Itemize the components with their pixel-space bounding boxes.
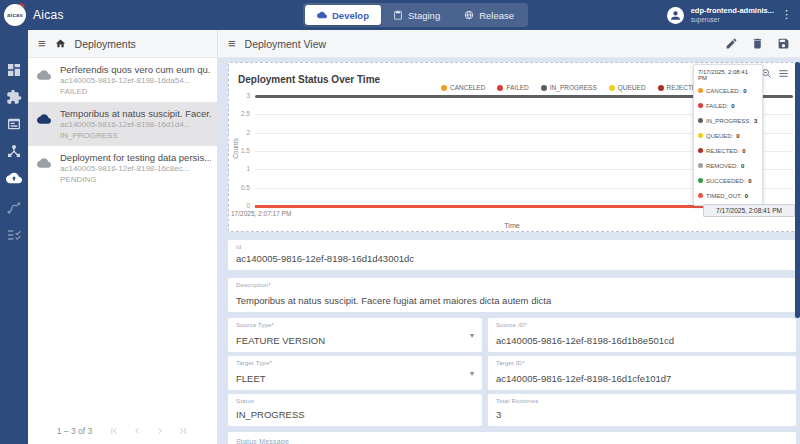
dashboard-icon[interactable] xyxy=(6,62,22,78)
home-icon[interactable] xyxy=(55,38,66,49)
clipboard-icon xyxy=(393,10,403,20)
field-target-type[interactable]: Target Type* FLEET ▾ xyxy=(228,356,482,390)
tooltip-rows: CANCELED:0FAILED:0IN_PROGRESS:3QUEUED:0R… xyxy=(694,83,762,203)
cloud-icon xyxy=(317,10,327,20)
user-role: superuser xyxy=(691,16,774,24)
top-bar: aicas Aicas Develop Staging Release edp-… xyxy=(0,0,800,30)
deployment-title: Perferendis quos vero cum eum qu... xyxy=(60,64,211,76)
legend-dot xyxy=(497,85,503,91)
tooltip-timestamp: 7/17/2025, 2:08:41 PM xyxy=(694,65,762,83)
avatar xyxy=(667,7,684,24)
field-target-type-value: FLEET xyxy=(236,373,466,384)
legend-dot xyxy=(541,85,547,91)
tab-staging-label: Staging xyxy=(408,10,440,21)
hub-icon[interactable] xyxy=(6,143,22,159)
tooltip-row-failed: FAILED:0 xyxy=(694,98,762,113)
panel-title: Deployments xyxy=(75,38,136,50)
deployment-status-chart: Deployment Status Over Time CANCELEDFAIL… xyxy=(228,62,796,232)
field-description-value: Temporibus at natus suscipit. Facere fug… xyxy=(236,295,780,306)
field-source-id[interactable]: Source ID* ac140005-9816-12ef-8198-16d1b… xyxy=(488,318,796,352)
tab-release[interactable]: Release xyxy=(452,5,526,25)
field-target-type-label: Target Type* xyxy=(236,360,272,366)
asset-icon[interactable] xyxy=(6,116,22,132)
checklist-icon[interactable] xyxy=(6,227,22,243)
deployment-list-item[interactable]: Perferendis quos vero cum eum qu... ac14… xyxy=(28,58,217,102)
deployment-status: IN_PROGRESS xyxy=(60,131,211,142)
nav-rail xyxy=(0,30,28,444)
tooltip-series-label: IN_PROGRESS: xyxy=(706,118,751,124)
tab-staging[interactable]: Staging xyxy=(381,5,452,25)
deployment-status: FAILED xyxy=(60,87,211,98)
legend-item-canceled[interactable]: CANCELED xyxy=(441,84,485,91)
x-axis-title: Time xyxy=(229,222,795,229)
globe-icon xyxy=(464,10,474,20)
tooltip-dot xyxy=(698,103,703,108)
tooltip-series-value: 0 xyxy=(743,88,746,94)
puzzle-icon[interactable] xyxy=(6,89,22,105)
deployment-list-item[interactable]: Temporibus at natus suscipit. Facer... a… xyxy=(28,102,217,146)
prev-page-icon[interactable] xyxy=(132,426,142,436)
field-description[interactable]: Description* Temporibus at natus suscipi… xyxy=(228,278,796,312)
deployment-status: PENDING xyxy=(60,175,211,186)
save-icon[interactable] xyxy=(777,37,790,50)
kebab-menu-icon[interactable]: ⋮ xyxy=(781,9,792,20)
chevron-down-icon[interactable]: ▾ xyxy=(470,331,474,340)
field-status-message[interactable]: Status Message xyxy=(228,432,796,444)
tooltip-row-queued: QUEUED:0 xyxy=(694,128,762,143)
tooltip-series-value: 0 xyxy=(745,193,748,199)
deployment-view-content: Deployment Status Over Time CANCELEDFAIL… xyxy=(218,58,800,444)
tooltip-dot xyxy=(698,88,703,93)
deployment-list-item[interactable]: Deployment for testing data persis... ac… xyxy=(28,146,217,190)
tooltip-row-in_progress: IN_PROGRESS:3 xyxy=(694,113,762,128)
field-status-message-label: Status Message xyxy=(236,438,289,444)
edit-icon[interactable] xyxy=(725,37,738,50)
tooltip-row-succeeded: SUCCEEDED:0 xyxy=(694,173,762,188)
chevron-down-icon[interactable]: ▾ xyxy=(470,369,474,378)
last-page-icon[interactable] xyxy=(178,426,188,436)
field-source-type-label: Source Type* xyxy=(236,322,274,328)
tooltip-dot xyxy=(698,118,703,123)
y-tick-label: 2 xyxy=(229,129,250,136)
tooltip-series-label: FAILED: xyxy=(706,103,728,109)
tooltip-series-label: CANCELED: xyxy=(706,88,740,94)
field-total-runtimes[interactable]: Total Runtimes 3 xyxy=(488,394,796,426)
panel-menu-icon[interactable]: ≡ xyxy=(38,37,46,50)
deployment-id: ac140005-9816-12ef-8198-16d1d4... xyxy=(60,120,211,131)
tooltip-dot xyxy=(698,193,703,198)
legend-label: IN_PROGRESS xyxy=(550,84,597,91)
field-description-label: Description* xyxy=(236,282,271,288)
tooltip-dot xyxy=(698,148,703,153)
view-actions xyxy=(725,37,790,50)
legend-item-in_progress[interactable]: IN_PROGRESS xyxy=(541,84,597,91)
field-status-value: IN_PROGRESS xyxy=(236,409,466,420)
view-menu-icon[interactable]: ≡ xyxy=(228,37,236,50)
legend-label: CANCELED xyxy=(450,84,485,91)
delete-icon[interactable] xyxy=(751,37,764,50)
legend-item-failed[interactable]: FAILED xyxy=(497,84,528,91)
y-tick-label: 1 xyxy=(229,165,250,172)
field-id-label: Id xyxy=(236,244,241,250)
deployments-list: Perferendis quos vero cum eum qu... ac14… xyxy=(28,58,217,190)
first-page-icon[interactable] xyxy=(109,426,119,436)
user-menu[interactable]: edp-frontend-adminis... superuser xyxy=(667,0,774,30)
person-icon xyxy=(669,9,682,22)
field-status[interactable]: Status IN_PROGRESS xyxy=(228,394,482,426)
deployment-id: ac140005-9816-12ef-8198-16da54... xyxy=(60,76,211,87)
tab-develop[interactable]: Develop xyxy=(305,5,381,25)
field-total-runtimes-value: 3 xyxy=(496,409,780,420)
field-source-type[interactable]: Source Type* FEATURE VERSION ▾ xyxy=(228,318,482,352)
tooltip-series-value: 0 xyxy=(748,178,751,184)
field-target-id[interactable]: Target ID* ac140005-9816-12ef-8198-16d1c… xyxy=(488,356,796,390)
field-id[interactable]: Id ac140005-9816-12ef-8198-16d1d43001dc xyxy=(228,240,796,270)
scrollbar-thumb[interactable] xyxy=(795,62,800,318)
route-icon[interactable] xyxy=(6,200,22,216)
cloud-icon[interactable] xyxy=(6,170,22,186)
cloud-icon xyxy=(37,156,51,170)
legend-item-queued[interactable]: QUEUED xyxy=(609,84,646,91)
next-page-icon[interactable] xyxy=(155,426,165,436)
tooltip-series-value: 0 xyxy=(741,163,744,169)
chart-menu-icon[interactable] xyxy=(778,68,789,79)
tooltip-series-label: QUEUED: xyxy=(706,133,733,139)
deployment-title: Deployment for testing data persis... xyxy=(60,152,211,164)
tooltip-series-value: 0 xyxy=(736,133,739,139)
